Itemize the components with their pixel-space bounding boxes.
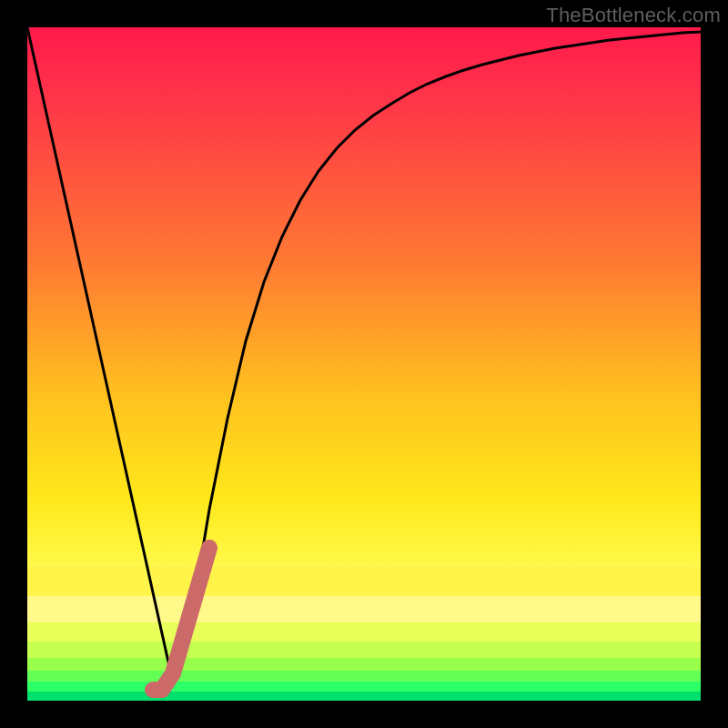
curve-layer: [27, 27, 701, 701]
watermark-text: TheBottleneck.com: [546, 4, 721, 27]
optimal-range-highlight: [153, 548, 209, 690]
bottleneck-curve: [27, 27, 701, 682]
chart-frame: TheBottleneck.com: [0, 0, 728, 728]
plot-area: [27, 27, 701, 701]
